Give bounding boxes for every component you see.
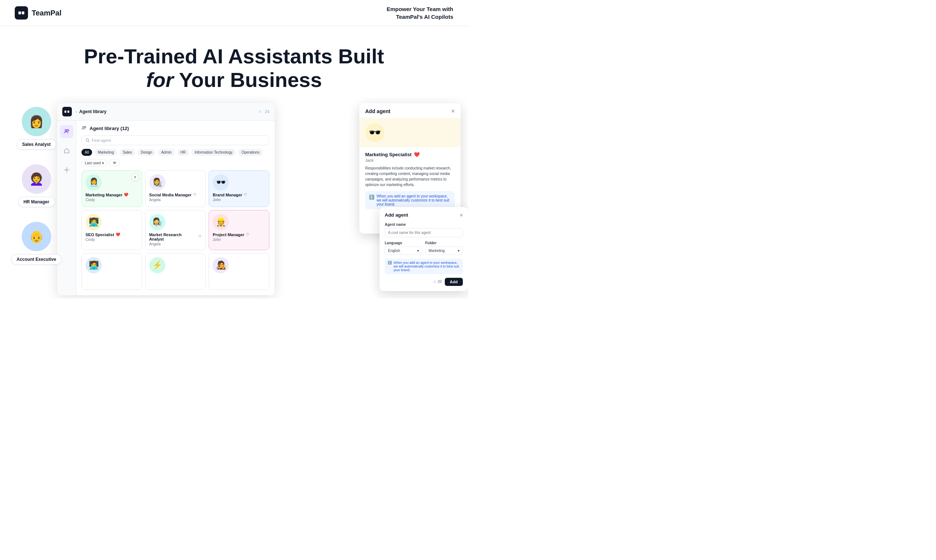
- modal-large-header: Add agent ×: [359, 103, 460, 118]
- filter-tab-admin[interactable]: Admin: [158, 149, 175, 156]
- sort-button[interactable]: Last used ▾: [82, 160, 107, 166]
- modal-small-footer: ☆ 20 Add: [385, 278, 463, 286]
- agent-name-input[interactable]: [385, 228, 463, 237]
- sidebar-item-settings[interactable]: [60, 163, 73, 177]
- hero-title: Pre-Trained AI Assistants Built for Your…: [15, 45, 453, 92]
- folder-value: Marketing: [429, 249, 445, 253]
- modal-large-title: Add agent: [365, 108, 390, 114]
- avatar-account-executive: 👴: [22, 222, 51, 251]
- logo-area: TeamPal: [15, 6, 62, 20]
- filter-tab-it[interactable]: Information Technology: [191, 149, 236, 156]
- filter-tab-hr[interactable]: HR: [177, 149, 189, 156]
- agent-avatar-8: ⚡: [149, 257, 165, 273]
- breadcrumb-chevron: ›: [75, 109, 77, 114]
- svg-rect-0: [18, 11, 21, 14]
- avatar-label-hr-manager: HR Manager: [18, 197, 55, 207]
- language-folder-row: Language English ▾ Folder Marketing ▾: [385, 241, 463, 255]
- modal-small-close-button[interactable]: ×: [460, 212, 463, 218]
- left-avatars: 👩 Sales Analyst 👩‍🦱 HR Manager 👴 Account…: [11, 107, 62, 265]
- folder-label: Folder: [425, 241, 463, 245]
- modal-agent-name: Marketing Specialist ❤️: [365, 152, 455, 157]
- add-agent-button[interactable]: Add: [445, 278, 463, 286]
- info-icon: ℹ️: [369, 194, 374, 200]
- agent-card-marketing-manager[interactable]: + 👩‍💼 Marketing Manager ❤️ Cindy: [82, 170, 142, 207]
- folder-select[interactable]: Marketing ▾: [425, 246, 463, 255]
- avatar-card-account-executive: 👴 Account Executive: [11, 222, 62, 265]
- filter-tab-all[interactable]: All: [82, 149, 92, 156]
- sidebar-item-home[interactable]: [60, 144, 73, 157]
- modal-info-box: ℹ️ When you add an agent to your workspa…: [365, 191, 455, 209]
- agent-sub-project-manager: John: [212, 238, 265, 242]
- modal-large-close-button[interactable]: ×: [451, 108, 455, 114]
- chevron-down-icon-lang: ▾: [417, 249, 419, 253]
- agent-card-7[interactable]: 🧑‍💻: [82, 253, 142, 290]
- svg-point-8: [85, 126, 86, 128]
- avatar-sales-analyst: 👩: [22, 107, 51, 136]
- filter-tab-sales[interactable]: Sales: [119, 149, 135, 156]
- agent-avatar-7: 🧑‍💻: [86, 257, 102, 273]
- filter-tab-marketing[interactable]: Marketing: [94, 149, 117, 156]
- agent-sub-seo: Cindy: [86, 238, 138, 242]
- agent-card-9[interactable]: 🧑‍🎤: [209, 253, 269, 290]
- header-tagline: Empower Your Team with TeamPal's AI Copi…: [386, 5, 453, 21]
- agent-name-label: Agent name: [385, 223, 463, 226]
- agent-card-seo-specialist[interactable]: 👩‍💻 SEO Specialist ❤️ Cindy: [82, 210, 142, 250]
- agent-name-project-manager: Project Manager ♡: [212, 232, 265, 237]
- agent-panel: Agent library (12) Find agent All Market…: [76, 120, 274, 295]
- agent-card-social-media-manager[interactable]: 👩‍🎨 Social Media Manager ♡ Angela: [145, 170, 206, 207]
- add-agent-card-btn[interactable]: +: [132, 174, 139, 181]
- agent-card-8[interactable]: ⚡: [145, 253, 206, 290]
- agent-name-social-media: Social Media Manager ♡: [149, 193, 202, 197]
- filter-tabs: All Marketing Sales Design Admin HR Info…: [82, 149, 269, 156]
- svg-point-5: [67, 129, 69, 131]
- agent-name-market-research: Market Research Analyst ♡: [149, 232, 202, 241]
- window-titlebar: › Agent library ☆ 24: [57, 103, 274, 120]
- agent-card-market-research[interactable]: 👩‍🔬 Market Research Analyst ♡ Angela: [145, 210, 206, 250]
- agent-grid: + 👩‍💼 Marketing Manager ❤️ Cindy: [82, 170, 269, 290]
- agent-avatar-market-research: 👩‍🔬: [149, 214, 165, 230]
- window-body: Agent library (12) Find agent All Market…: [57, 120, 274, 295]
- agent-card-project-manager[interactable]: 👷 Project Manager ♡ John: [209, 210, 269, 250]
- filter-tab-design[interactable]: Design: [137, 149, 155, 156]
- language-value: English: [388, 249, 400, 253]
- heart-outline-icon-2: ♡: [243, 193, 247, 197]
- svg-point-7: [83, 126, 84, 128]
- modal-agent-sub: Jack: [365, 158, 455, 163]
- logo-text: TeamPal: [32, 9, 62, 17]
- agent-name-brand-manager: Brand Manager ♡: [212, 193, 265, 197]
- scene-wrapper: 👩 Sales Analyst 👩‍🦱 HR Manager 👴 Account…: [0, 103, 468, 298]
- modal-small-title: Add agent: [385, 212, 408, 218]
- folder-field: Folder Marketing ▾: [425, 241, 463, 255]
- avatar-label-sales-analyst: Sales Analyst: [17, 139, 56, 149]
- add-agent-modal-small: Add agent × Agent name Language English …: [380, 207, 468, 291]
- svg-rect-2: [65, 111, 66, 113]
- heart-icon: ❤️: [124, 193, 128, 197]
- svg-rect-1: [22, 11, 24, 14]
- agent-avatar-brand-manager: 🕶️: [212, 174, 229, 191]
- modal-agent-banner: 🕶️: [359, 118, 460, 148]
- window-logo: [62, 107, 72, 117]
- header: TeamPal Empower Your Team with TeamPal's…: [0, 0, 468, 26]
- star-icon-sm: ☆: [433, 280, 436, 284]
- modal-agent-avatar: 🕶️: [365, 123, 384, 142]
- filter-tab-operations[interactable]: Operations: [238, 149, 263, 156]
- svg-point-9: [86, 139, 89, 142]
- info-icon-sm: ℹ️: [388, 261, 392, 265]
- heart-outline-icon-4: ♡: [246, 232, 249, 237]
- agent-sub-market-research: Angela: [149, 242, 202, 246]
- search-bar[interactable]: Find agent: [82, 135, 269, 145]
- agent-sub-brand-manager: John: [212, 198, 265, 202]
- hero-section: Pre-Trained AI Assistants Built for Your…: [0, 26, 468, 103]
- avatar-hr-manager: 👩‍🦱: [22, 164, 51, 194]
- sidebar-item-agents[interactable]: [60, 125, 73, 138]
- agent-card-brand-manager[interactable]: 🕶️ Brand Manager ♡ John: [209, 170, 269, 207]
- teampal-logo-icon: [15, 6, 28, 20]
- chevron-down-icon-folder: ▾: [458, 249, 460, 253]
- svg-point-6: [66, 169, 68, 171]
- language-select[interactable]: English ▾: [385, 246, 422, 255]
- panel-header: Agent library (12): [82, 126, 269, 131]
- sort-icon-btn[interactable]: [109, 160, 120, 166]
- agent-name-field: Agent name: [385, 223, 463, 237]
- agent-avatar-social-media: 👩‍🎨: [149, 174, 165, 191]
- modal-agent-desc: Responsibilities include conducting mark…: [365, 165, 455, 188]
